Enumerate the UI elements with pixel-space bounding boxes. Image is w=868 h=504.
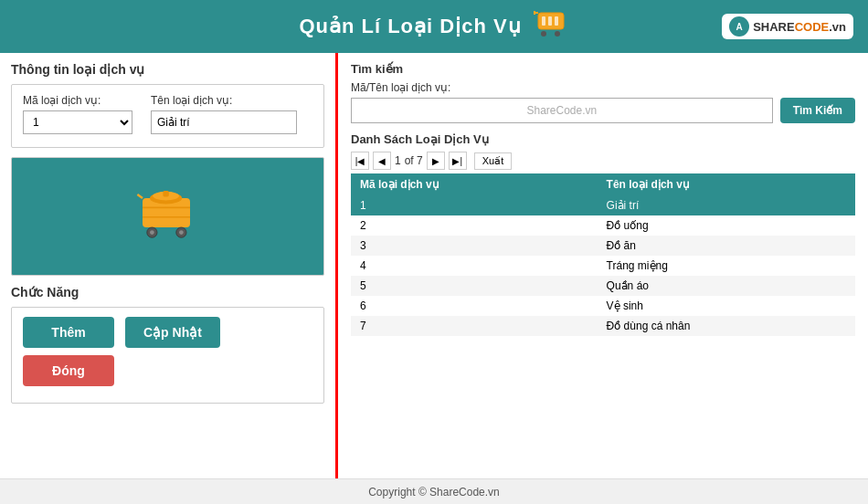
ma-group: Mã loại dịch vụ: 1 2 3 xyxy=(23,94,132,134)
left-panel: Thông tin loại dịch vụ Mã loại dịch vụ: … xyxy=(0,53,338,478)
pag-total: of 7 xyxy=(405,154,423,167)
cell-ma: 2 xyxy=(351,215,598,236)
func-section: Thêm Cập Nhật Đóng xyxy=(11,307,324,404)
btn-row-1: Thêm Cập Nhật xyxy=(23,317,312,348)
ten-group: Tên loại dịch vụ: xyxy=(151,94,297,134)
svg-rect-18 xyxy=(163,191,168,196)
col-ten-header: Tên loại dịch vụ xyxy=(598,173,855,195)
table-row[interactable]: 3Đồ ăn xyxy=(351,236,855,256)
cell-ten: Đồ dùng cá nhân xyxy=(598,316,855,336)
table-row[interactable]: 5Quần áo xyxy=(351,276,855,296)
search-input[interactable] xyxy=(351,98,773,123)
svg-rect-1 xyxy=(542,16,545,26)
right-panel: Tìm kiếm Mã/Tên loại dịch vụ: ShareCode.… xyxy=(338,53,868,478)
footer-text: Copyright © ShareCode.vn xyxy=(368,486,500,499)
ten-input[interactable] xyxy=(151,110,297,134)
table-header-row: Mã loại dịch vụ Tên loại dịch vụ xyxy=(351,173,855,195)
export-button[interactable]: Xuất xyxy=(474,152,513,170)
service-icon xyxy=(132,184,205,248)
table-row[interactable]: 1Giải trí xyxy=(351,195,855,215)
search-title: Tìm kiếm xyxy=(351,62,855,76)
cap-nhat-button[interactable]: Cập Nhật xyxy=(125,317,220,348)
them-button[interactable]: Thêm xyxy=(23,317,114,348)
table-row[interactable]: 7Đồ dùng cá nhân xyxy=(351,316,855,336)
cell-ten: Tráng miệng xyxy=(598,256,855,276)
svg-line-11 xyxy=(137,194,143,198)
cell-ma: 1 xyxy=(351,195,598,215)
cell-ma: 5 xyxy=(351,276,598,296)
search-row: ShareCode.vn Tìm Kiếm xyxy=(351,98,855,123)
page-title: Quản Lí Loại Dịch Vụ xyxy=(299,15,521,38)
pag-current: 1 xyxy=(395,154,401,167)
table-row[interactable]: 2Đồ uống xyxy=(351,215,855,236)
func-section-title: Chức Năng xyxy=(11,285,324,299)
pag-next-button[interactable]: ▶ xyxy=(427,152,445,170)
ma-label: Mã loại dịch vụ: xyxy=(23,94,132,107)
image-area xyxy=(11,157,324,276)
table-section-title: Danh Sách Loại Dịch Vụ xyxy=(351,132,855,146)
svg-point-13 xyxy=(150,230,154,235)
cell-ten: Quần áo xyxy=(598,276,855,296)
logo-circle: A xyxy=(729,16,749,37)
svg-point-5 xyxy=(555,31,560,37)
pag-first-button[interactable]: |◀ xyxy=(351,152,369,170)
table-body: 1Giải trí2Đồ uống3Đồ ăn4Tráng miệng5Quần… xyxy=(351,195,855,336)
cart-icon xyxy=(533,9,569,45)
svg-rect-2 xyxy=(548,16,552,26)
table-row[interactable]: 6Vệ sinh xyxy=(351,296,855,316)
header: Quản Lí Loại Dịch Vụ A SHARECODE.vn xyxy=(0,0,868,53)
service-table: Mã loại dịch vụ Tên loại dịch vụ 1Giải t… xyxy=(351,173,855,336)
info-section-title: Thông tin loại dịch vụ xyxy=(11,62,324,77)
col-ma-header: Mã loại dịch vụ xyxy=(351,173,598,195)
search-section: Tìm kiếm Mã/Tên loại dịch vụ: ShareCode.… xyxy=(351,62,855,123)
cell-ten: Giải trí xyxy=(598,195,855,215)
cell-ma: 4 xyxy=(351,256,598,276)
footer: Copyright © ShareCode.vn xyxy=(0,478,868,504)
cell-ten: Vệ sinh xyxy=(598,296,855,316)
search-button[interactable]: Tìm Kiếm xyxy=(780,98,855,123)
btn-row-2: Đóng xyxy=(23,355,312,386)
form-row: Mã loại dịch vụ: 1 2 3 Tên loại dịch vụ: xyxy=(23,94,312,134)
dong-button[interactable]: Đóng xyxy=(23,355,114,386)
info-section: Mã loại dịch vụ: 1 2 3 Tên loại dịch vụ: xyxy=(11,84,324,148)
svg-rect-3 xyxy=(555,16,558,26)
table-row[interactable]: 4Tráng miệng xyxy=(351,256,855,276)
cell-ten: Đồ uống xyxy=(598,215,855,236)
logo: A SHARECODE.vn xyxy=(722,14,853,39)
svg-point-15 xyxy=(179,230,184,235)
cell-ma: 3 xyxy=(351,236,598,256)
pag-prev-button[interactable]: ◀ xyxy=(373,152,391,170)
cell-ten: Đồ ăn xyxy=(598,236,855,256)
ten-label: Tên loại dịch vụ: xyxy=(151,94,297,107)
ma-select[interactable]: 1 2 3 xyxy=(23,110,132,134)
svg-point-4 xyxy=(541,31,546,37)
pag-last-button[interactable]: ▶| xyxy=(449,152,467,170)
search-field-label: Mã/Tên loại dịch vụ: xyxy=(351,81,855,94)
cell-ma: 7 xyxy=(351,316,598,336)
pagination-bar: |◀ ◀ 1 of 7 ▶ ▶| Xuất xyxy=(351,152,855,170)
main-content: Thông tin loại dịch vụ Mã loại dịch vụ: … xyxy=(0,53,868,478)
cell-ma: 6 xyxy=(351,296,598,316)
logo-text: SHARECODE.vn xyxy=(753,20,846,34)
